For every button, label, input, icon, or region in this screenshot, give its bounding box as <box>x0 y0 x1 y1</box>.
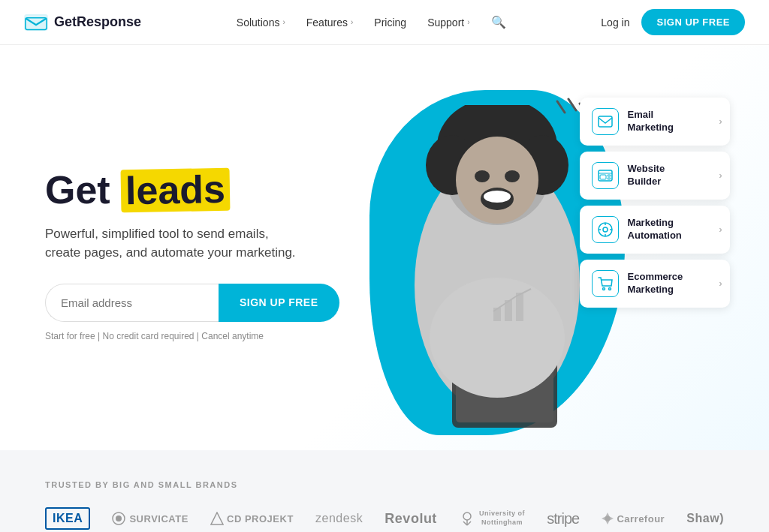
svg-rect-0 <box>24 14 47 31</box>
email-icon <box>592 108 619 135</box>
email-marketing-label: EmailMarketing <box>628 109 674 134</box>
svg-rect-26 <box>600 175 606 179</box>
marketing-automation-label: MarketingAutomation <box>628 217 682 242</box>
svg-rect-28 <box>608 178 611 179</box>
svg-line-3 <box>568 99 576 110</box>
nav-pricing[interactable]: Pricing <box>374 17 406 29</box>
brand-survicate: SURVICATE <box>112 512 188 525</box>
card-chevron-icon: › <box>719 116 722 127</box>
logo-text: GetResponse <box>54 14 141 30</box>
brand-stripe: stripe <box>547 510 579 527</box>
svg-point-36 <box>608 288 611 290</box>
svg-rect-23 <box>599 116 612 127</box>
svg-point-15 <box>484 191 511 203</box>
website-builder-label: WebsiteBuilder <box>628 163 665 188</box>
email-form: SIGN UP FREE <box>45 284 339 322</box>
ecommerce-marketing-label: EcommerceMarketing <box>628 271 683 296</box>
feature-cards: EmailMarketing › WebsiteBuilder › <box>580 98 730 308</box>
svg-point-30 <box>603 227 608 232</box>
chevron-down-icon: › <box>467 18 469 26</box>
search-icon[interactable]: 🔍 <box>491 15 506 29</box>
brands-row: IKEA SURVICATE CD PROJEKT zendesk Revolu… <box>45 507 724 530</box>
nav-actions: Log in SIGN UP FREE <box>601 9 745 35</box>
brand-cdprojekt: CD PROJEKT <box>210 512 294 525</box>
card-chevron-icon: › <box>719 224 722 235</box>
login-button[interactable]: Log in <box>601 17 629 29</box>
navigation: GetResponse Solutions › Features › Prici… <box>0 0 769 45</box>
brand-ikea: IKEA <box>45 507 90 530</box>
website-builder-icon <box>592 162 619 189</box>
svg-rect-27 <box>608 175 611 176</box>
svg-point-35 <box>602 288 605 290</box>
brands-section: TRUSTED BY BIG AND SMALL BRANDS IKEA SUR… <box>0 450 769 532</box>
hero-left: Get leads Powerful, simplified tool to s… <box>45 169 339 341</box>
email-marketing-card[interactable]: EmailMarketing › <box>580 98 730 146</box>
automation-icon <box>592 216 619 243</box>
svg-point-13 <box>456 137 538 224</box>
svg-marker-39 <box>211 512 223 524</box>
hero-section: Get leads Powerful, simplified tool to s… <box>0 45 769 450</box>
brand-carrefour: Carrefour <box>601 512 665 525</box>
website-builder-card[interactable]: WebsiteBuilder › <box>580 152 730 200</box>
email-input[interactable] <box>45 284 219 322</box>
brand-zendesk: zendesk <box>315 512 363 525</box>
marketing-automation-card[interactable]: MarketingAutomation › <box>580 206 730 254</box>
ecommerce-marketing-card[interactable]: EcommerceMarketing › <box>580 260 730 308</box>
nav-links: Solutions › Features › Pricing Support ›… <box>237 15 506 29</box>
svg-line-2 <box>557 101 565 113</box>
card-chevron-icon: › <box>719 170 722 181</box>
card-chevron-icon: › <box>719 278 722 289</box>
signup-button-hero[interactable]: SIGN UP FREE <box>219 284 339 322</box>
signup-button-nav[interactable]: SIGN UP FREE <box>641 9 745 35</box>
svg-point-40 <box>463 512 471 520</box>
chevron-down-icon: › <box>351 18 353 26</box>
fine-print: Start for free | No credit card required… <box>45 331 339 341</box>
nav-solutions[interactable]: Solutions › <box>237 17 285 29</box>
chart-decoration <box>490 285 535 326</box>
svg-point-38 <box>116 515 122 521</box>
brands-label: TRUSTED BY BIG AND SMALL BRANDS <box>45 480 724 489</box>
headline-highlight: leads <box>121 168 231 213</box>
brand-nottingham: University ofNottingham <box>459 509 525 527</box>
brand-revolut: Revolut <box>384 511 437 527</box>
svg-point-16 <box>475 170 490 182</box>
hero-headline: Get leads <box>45 169 339 212</box>
logo[interactable]: GetResponse <box>24 14 141 31</box>
chevron-down-icon: › <box>282 18 285 26</box>
svg-point-17 <box>505 170 520 182</box>
brand-shaw: Shaw) <box>686 512 724 525</box>
svg-rect-7 <box>516 293 523 321</box>
nav-features[interactable]: Features › <box>306 17 354 29</box>
ecommerce-icon <box>592 270 619 297</box>
nav-support[interactable]: Support › <box>427 17 469 29</box>
hero-right: EmailMarketing › WebsiteBuilder › <box>339 75 730 435</box>
hero-subtext: Powerful, simplified tool to send emails… <box>45 224 339 263</box>
